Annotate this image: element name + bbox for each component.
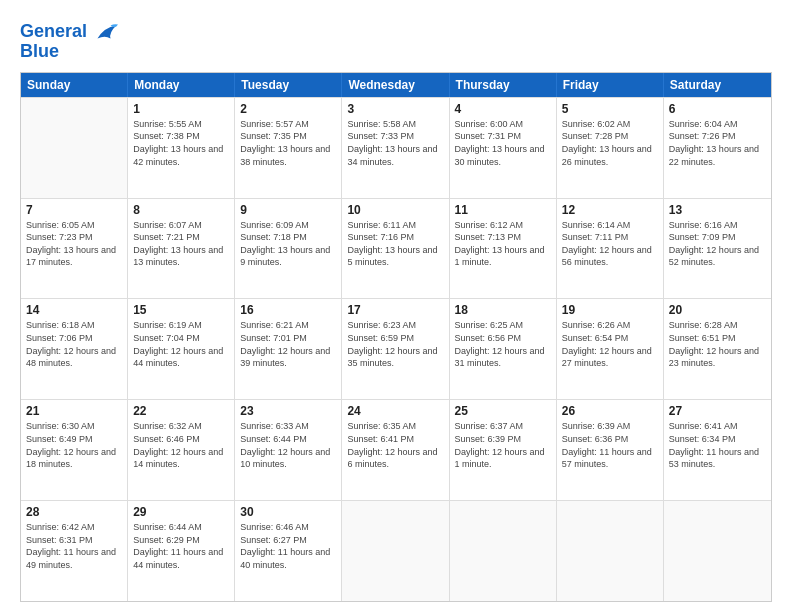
day-number: 28	[26, 505, 122, 519]
empty-cell	[21, 98, 128, 198]
day-header-wednesday: Wednesday	[342, 73, 449, 97]
day-number: 12	[562, 203, 658, 217]
day-info: Sunrise: 6:46 AMSunset: 6:27 PMDaylight:…	[240, 521, 336, 571]
day-info: Sunrise: 6:41 AMSunset: 6:34 PMDaylight:…	[669, 420, 766, 470]
day-cell-22: 22Sunrise: 6:32 AMSunset: 6:46 PMDayligh…	[128, 400, 235, 500]
day-info: Sunrise: 5:55 AMSunset: 7:38 PMDaylight:…	[133, 118, 229, 168]
day-info: Sunrise: 6:04 AMSunset: 7:26 PMDaylight:…	[669, 118, 766, 168]
day-number: 4	[455, 102, 551, 116]
day-cell-19: 19Sunrise: 6:26 AMSunset: 6:54 PMDayligh…	[557, 299, 664, 399]
day-info: Sunrise: 5:58 AMSunset: 7:33 PMDaylight:…	[347, 118, 443, 168]
day-info: Sunrise: 6:02 AMSunset: 7:28 PMDaylight:…	[562, 118, 658, 168]
day-header-saturday: Saturday	[664, 73, 771, 97]
day-info: Sunrise: 6:05 AMSunset: 7:23 PMDaylight:…	[26, 219, 122, 269]
day-header-thursday: Thursday	[450, 73, 557, 97]
day-info: Sunrise: 6:18 AMSunset: 7:06 PMDaylight:…	[26, 319, 122, 369]
empty-cell	[557, 501, 664, 601]
day-info: Sunrise: 6:44 AMSunset: 6:29 PMDaylight:…	[133, 521, 229, 571]
day-number: 27	[669, 404, 766, 418]
day-cell-29: 29Sunrise: 6:44 AMSunset: 6:29 PMDayligh…	[128, 501, 235, 601]
day-number: 14	[26, 303, 122, 317]
day-info: Sunrise: 6:21 AMSunset: 7:01 PMDaylight:…	[240, 319, 336, 369]
day-cell-27: 27Sunrise: 6:41 AMSunset: 6:34 PMDayligh…	[664, 400, 771, 500]
day-cell-12: 12Sunrise: 6:14 AMSunset: 7:11 PMDayligh…	[557, 199, 664, 299]
day-info: Sunrise: 6:26 AMSunset: 6:54 PMDaylight:…	[562, 319, 658, 369]
day-info: Sunrise: 6:00 AMSunset: 7:31 PMDaylight:…	[455, 118, 551, 168]
day-number: 19	[562, 303, 658, 317]
day-number: 2	[240, 102, 336, 116]
day-info: Sunrise: 6:19 AMSunset: 7:04 PMDaylight:…	[133, 319, 229, 369]
logo-bird-icon	[90, 18, 118, 46]
day-number: 30	[240, 505, 336, 519]
day-cell-28: 28Sunrise: 6:42 AMSunset: 6:31 PMDayligh…	[21, 501, 128, 601]
day-cell-1: 1Sunrise: 5:55 AMSunset: 7:38 PMDaylight…	[128, 98, 235, 198]
day-number: 7	[26, 203, 122, 217]
day-number: 8	[133, 203, 229, 217]
day-number: 29	[133, 505, 229, 519]
day-cell-15: 15Sunrise: 6:19 AMSunset: 7:04 PMDayligh…	[128, 299, 235, 399]
calendar-header-row: SundayMondayTuesdayWednesdayThursdayFrid…	[21, 73, 771, 97]
day-header-sunday: Sunday	[21, 73, 128, 97]
day-number: 22	[133, 404, 229, 418]
day-number: 6	[669, 102, 766, 116]
day-number: 9	[240, 203, 336, 217]
day-cell-18: 18Sunrise: 6:25 AMSunset: 6:56 PMDayligh…	[450, 299, 557, 399]
day-info: Sunrise: 6:33 AMSunset: 6:44 PMDaylight:…	[240, 420, 336, 470]
page: General Blue SundayMondayTuesdayWednesda…	[0, 0, 792, 612]
calendar-body: 1Sunrise: 5:55 AMSunset: 7:38 PMDaylight…	[21, 97, 771, 601]
day-info: Sunrise: 6:42 AMSunset: 6:31 PMDaylight:…	[26, 521, 122, 571]
day-number: 3	[347, 102, 443, 116]
empty-cell	[450, 501, 557, 601]
day-number: 1	[133, 102, 229, 116]
day-info: Sunrise: 6:11 AMSunset: 7:16 PMDaylight:…	[347, 219, 443, 269]
day-number: 15	[133, 303, 229, 317]
day-number: 20	[669, 303, 766, 317]
empty-cell	[664, 501, 771, 601]
day-cell-20: 20Sunrise: 6:28 AMSunset: 6:51 PMDayligh…	[664, 299, 771, 399]
week-row-3: 14Sunrise: 6:18 AMSunset: 7:06 PMDayligh…	[21, 298, 771, 399]
day-header-friday: Friday	[557, 73, 664, 97]
day-info: Sunrise: 6:25 AMSunset: 6:56 PMDaylight:…	[455, 319, 551, 369]
day-cell-14: 14Sunrise: 6:18 AMSunset: 7:06 PMDayligh…	[21, 299, 128, 399]
day-cell-30: 30Sunrise: 6:46 AMSunset: 6:27 PMDayligh…	[235, 501, 342, 601]
day-number: 16	[240, 303, 336, 317]
day-number: 25	[455, 404, 551, 418]
day-info: Sunrise: 6:30 AMSunset: 6:49 PMDaylight:…	[26, 420, 122, 470]
day-number: 13	[669, 203, 766, 217]
day-cell-26: 26Sunrise: 6:39 AMSunset: 6:36 PMDayligh…	[557, 400, 664, 500]
day-cell-21: 21Sunrise: 6:30 AMSunset: 6:49 PMDayligh…	[21, 400, 128, 500]
day-info: Sunrise: 6:37 AMSunset: 6:39 PMDaylight:…	[455, 420, 551, 470]
day-info: Sunrise: 6:09 AMSunset: 7:18 PMDaylight:…	[240, 219, 336, 269]
day-number: 10	[347, 203, 443, 217]
day-header-monday: Monday	[128, 73, 235, 97]
day-number: 5	[562, 102, 658, 116]
day-number: 21	[26, 404, 122, 418]
day-cell-9: 9Sunrise: 6:09 AMSunset: 7:18 PMDaylight…	[235, 199, 342, 299]
day-cell-6: 6Sunrise: 6:04 AMSunset: 7:26 PMDaylight…	[664, 98, 771, 198]
day-cell-17: 17Sunrise: 6:23 AMSunset: 6:59 PMDayligh…	[342, 299, 449, 399]
day-cell-16: 16Sunrise: 6:21 AMSunset: 7:01 PMDayligh…	[235, 299, 342, 399]
day-info: Sunrise: 6:35 AMSunset: 6:41 PMDaylight:…	[347, 420, 443, 470]
day-number: 17	[347, 303, 443, 317]
day-info: Sunrise: 6:14 AMSunset: 7:11 PMDaylight:…	[562, 219, 658, 269]
day-number: 26	[562, 404, 658, 418]
day-cell-11: 11Sunrise: 6:12 AMSunset: 7:13 PMDayligh…	[450, 199, 557, 299]
day-info: Sunrise: 6:28 AMSunset: 6:51 PMDaylight:…	[669, 319, 766, 369]
day-header-tuesday: Tuesday	[235, 73, 342, 97]
day-cell-23: 23Sunrise: 6:33 AMSunset: 6:44 PMDayligh…	[235, 400, 342, 500]
day-cell-7: 7Sunrise: 6:05 AMSunset: 7:23 PMDaylight…	[21, 199, 128, 299]
day-cell-4: 4Sunrise: 6:00 AMSunset: 7:31 PMDaylight…	[450, 98, 557, 198]
day-number: 11	[455, 203, 551, 217]
week-row-2: 7Sunrise: 6:05 AMSunset: 7:23 PMDaylight…	[21, 198, 771, 299]
day-cell-2: 2Sunrise: 5:57 AMSunset: 7:35 PMDaylight…	[235, 98, 342, 198]
week-row-1: 1Sunrise: 5:55 AMSunset: 7:38 PMDaylight…	[21, 97, 771, 198]
week-row-5: 28Sunrise: 6:42 AMSunset: 6:31 PMDayligh…	[21, 500, 771, 601]
day-number: 18	[455, 303, 551, 317]
day-info: Sunrise: 6:23 AMSunset: 6:59 PMDaylight:…	[347, 319, 443, 369]
logo-blue-text: Blue	[20, 42, 59, 62]
day-number: 24	[347, 404, 443, 418]
logo-text: General	[20, 22, 87, 42]
day-info: Sunrise: 6:12 AMSunset: 7:13 PMDaylight:…	[455, 219, 551, 269]
day-cell-5: 5Sunrise: 6:02 AMSunset: 7:28 PMDaylight…	[557, 98, 664, 198]
day-cell-13: 13Sunrise: 6:16 AMSunset: 7:09 PMDayligh…	[664, 199, 771, 299]
